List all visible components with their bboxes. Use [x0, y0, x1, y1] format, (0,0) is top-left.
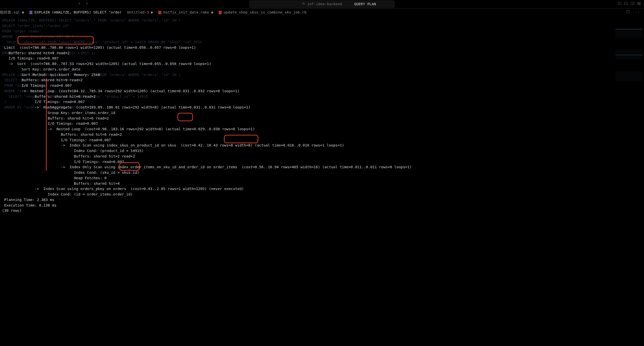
- svg-rect-6: [638, 4, 639, 5]
- plan-line: -> Index Only Scan using index_order_ite…: [2, 164, 644, 170]
- plan-line: Buffers: shared hit=9 read=2: [2, 51, 644, 56]
- tab-label: EXPLAIN (ANALYZE, BUFFERS) SELECT "order: [34, 10, 122, 15]
- plan-line: -> Nested Loop (cost=0.98..183.16 rows=2…: [2, 126, 644, 132]
- plan-line: (30 rows): [2, 208, 644, 214]
- toggle-panel-icon[interactable]: [624, 2, 628, 7]
- ruby-file-icon: [219, 11, 222, 14]
- plan-line: Heap Fetches: 0: [2, 176, 644, 181]
- dirty-indicator-icon: [211, 12, 213, 14]
- nav-forward-icon[interactable]: [85, 2, 89, 7]
- tab-3[interactable]: hotfix_init_data.rake: [158, 10, 213, 15]
- plan-line: Group Key: order_items.order_id: [2, 110, 644, 116]
- plan-line: I/O Timings: read=0.007: [2, 159, 644, 165]
- plan-line: Sort Method: quicksort Memory: 25kB: [2, 72, 644, 78]
- plan-line: I/O Timings: read=0.007: [2, 137, 644, 143]
- plan-line: Planning Time: 2.383 ms: [2, 197, 644, 203]
- header-label: QUERY PLAN: [354, 2, 376, 7]
- plan-line: I/O Timings: read=0.007: [2, 99, 644, 105]
- tab-2[interactable]: Untitled-3: [127, 10, 153, 15]
- svg-rect-7: [639, 4, 640, 5]
- plan-line: -> HashAggregate (cost=183.89..186.81 ro…: [2, 105, 644, 110]
- svg-rect-3: [631, 2, 634, 5]
- plan-line: Index Cond: (product_id = 14915): [2, 148, 644, 154]
- plan-line: Execution Time: 0.138 ms: [2, 203, 644, 208]
- ruby-file-icon: [158, 11, 161, 14]
- svg-rect-4: [638, 2, 639, 3]
- svg-rect-5: [639, 2, 640, 3]
- minimap[interactable]: [614, 16, 644, 273]
- svg-rect-2: [624, 2, 628, 5]
- search-placeholder: inf-idea-backend: [307, 2, 342, 7]
- tab-label: update_shop_skus_is_combine_sku_job.rb: [224, 10, 306, 15]
- svg-rect-1: [618, 2, 621, 5]
- nav-controls: [78, 2, 89, 7]
- svg-point-0: [302, 3, 304, 4]
- more-actions-icon[interactable]: ···: [632, 10, 640, 15]
- tab-0[interactable]: 能排查.sql: [0, 10, 24, 15]
- query-plan-output: Limit (cost=786.80..786.80 rows=1 width=…: [2, 45, 644, 214]
- plan-line: Sort Key: orders.order_date: [2, 67, 644, 72]
- db-file-icon: [30, 11, 32, 14]
- customize-layout-icon[interactable]: [637, 2, 641, 7]
- tab-label: hotfix_init_data.rake: [163, 10, 209, 15]
- nav-back-icon[interactable]: [78, 2, 81, 7]
- plan-line: -> Index Scan using index_skus_on_produc…: [2, 143, 644, 148]
- tab-label: 能排查.sql: [0, 10, 20, 15]
- plan-line: Buffers: shared hit=6 read=2: [2, 132, 644, 137]
- annotation-box-sort-key: [18, 36, 94, 45]
- plan-line: I/O Timings: read=0.007: [2, 83, 644, 88]
- plan-line: Buffers: shared hit=4: [2, 181, 644, 187]
- search-icon: [302, 2, 305, 7]
- tabbar: 能排查.sql EXPLAIN (ANALYZE, BUFFERS) SELEC…: [0, 9, 644, 16]
- split-editor-icon[interactable]: [626, 10, 630, 16]
- tab-1[interactable]: EXPLAIN (ANALYZE, BUFFERS) SELECT "order: [30, 10, 122, 15]
- dirty-indicator-icon: [22, 12, 24, 14]
- tab-label: Untitled-3: [127, 10, 149, 15]
- plan-line: Buffers: shared hit=2 read=2: [2, 154, 644, 159]
- plan-line: -> Nested Loop (cost=184.32..785.34 rows…: [2, 88, 644, 94]
- plan-line: Limit (cost=786.80..786.80 rows=1 width=…: [2, 45, 644, 51]
- plan-line: Index Cond: (id = order_items.order_id): [2, 192, 644, 197]
- dirty-indicator-icon: [151, 12, 153, 14]
- plan-line: I/O Timings: read=0.007: [2, 56, 644, 61]
- toggle-secondary-sidebar-icon[interactable]: [630, 2, 634, 7]
- plan-line: Index Cond: (sku_id = skus.id): [2, 170, 644, 176]
- plan-line: Buffers: shared hit=6 read=2: [2, 94, 644, 99]
- plan-line: Buffers: shared hit=9 read=2: [2, 78, 644, 83]
- plan-line: Buffers: shared hit=6 read=2: [2, 116, 644, 121]
- plan-line: I/O Timings: read=0.007: [2, 121, 644, 126]
- titlebar: inf-idea-backend QUERY PLAN: [0, 0, 644, 9]
- plan-line: -> Sort (cost=786.80..787.53 rows=292 wi…: [2, 61, 644, 67]
- editor[interactable]: XPLAIN (ANALYZE, BUFFERS) SELECT "orders…: [0, 16, 644, 273]
- plan-line: -> Index Scan using orders_pkey on order…: [2, 186, 644, 192]
- tab-4[interactable]: update_shop_skus_is_combine_sku_job.rb: [219, 10, 306, 15]
- layout-controls: [618, 2, 641, 7]
- toggle-primary-sidebar-icon[interactable]: [618, 2, 622, 7]
